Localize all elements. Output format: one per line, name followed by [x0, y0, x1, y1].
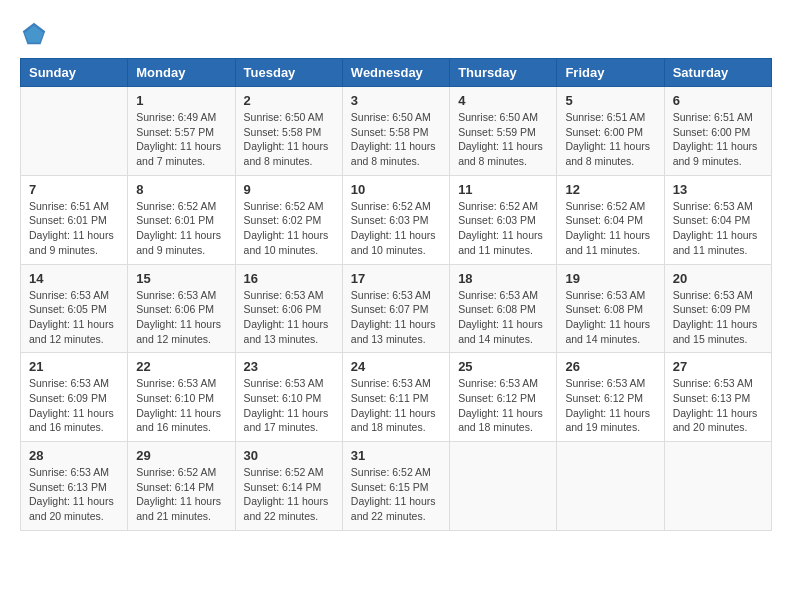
- calendar-week-row: 21Sunrise: 6:53 AMSunset: 6:09 PMDayligh…: [21, 353, 772, 442]
- calendar-cell: 13Sunrise: 6:53 AMSunset: 6:04 PMDayligh…: [664, 175, 771, 264]
- calendar-cell: 14Sunrise: 6:53 AMSunset: 6:05 PMDayligh…: [21, 264, 128, 353]
- day-number: 16: [244, 271, 334, 286]
- calendar-cell: 28Sunrise: 6:53 AMSunset: 6:13 PMDayligh…: [21, 442, 128, 531]
- day-of-week-header: Thursday: [450, 59, 557, 87]
- calendar-cell: 25Sunrise: 6:53 AMSunset: 6:12 PMDayligh…: [450, 353, 557, 442]
- calendar-cell: [450, 442, 557, 531]
- calendar-cell: 1Sunrise: 6:49 AMSunset: 5:57 PMDaylight…: [128, 87, 235, 176]
- calendar-cell: 18Sunrise: 6:53 AMSunset: 6:08 PMDayligh…: [450, 264, 557, 353]
- day-info: Sunrise: 6:53 AMSunset: 6:06 PMDaylight:…: [136, 288, 226, 347]
- day-number: 12: [565, 182, 655, 197]
- day-info: Sunrise: 6:52 AMSunset: 6:01 PMDaylight:…: [136, 199, 226, 258]
- day-number: 30: [244, 448, 334, 463]
- calendar-cell: 22Sunrise: 6:53 AMSunset: 6:10 PMDayligh…: [128, 353, 235, 442]
- day-number: 19: [565, 271, 655, 286]
- day-number: 13: [673, 182, 763, 197]
- calendar-cell: 17Sunrise: 6:53 AMSunset: 6:07 PMDayligh…: [342, 264, 449, 353]
- day-info: Sunrise: 6:52 AMSunset: 6:14 PMDaylight:…: [244, 465, 334, 524]
- day-info: Sunrise: 6:53 AMSunset: 6:09 PMDaylight:…: [673, 288, 763, 347]
- day-info: Sunrise: 6:51 AMSunset: 6:00 PMDaylight:…: [565, 110, 655, 169]
- day-info: Sunrise: 6:52 AMSunset: 6:03 PMDaylight:…: [458, 199, 548, 258]
- day-info: Sunrise: 6:52 AMSunset: 6:14 PMDaylight:…: [136, 465, 226, 524]
- day-number: 31: [351, 448, 441, 463]
- day-info: Sunrise: 6:50 AMSunset: 5:58 PMDaylight:…: [351, 110, 441, 169]
- day-number: 20: [673, 271, 763, 286]
- day-number: 8: [136, 182, 226, 197]
- calendar-cell: 4Sunrise: 6:50 AMSunset: 5:59 PMDaylight…: [450, 87, 557, 176]
- calendar-cell: 26Sunrise: 6:53 AMSunset: 6:12 PMDayligh…: [557, 353, 664, 442]
- day-info: Sunrise: 6:53 AMSunset: 6:10 PMDaylight:…: [136, 376, 226, 435]
- day-number: 14: [29, 271, 119, 286]
- day-of-week-header: Friday: [557, 59, 664, 87]
- day-number: 5: [565, 93, 655, 108]
- day-info: Sunrise: 6:53 AMSunset: 6:06 PMDaylight:…: [244, 288, 334, 347]
- calendar-cell: 5Sunrise: 6:51 AMSunset: 6:00 PMDaylight…: [557, 87, 664, 176]
- calendar-cell: 7Sunrise: 6:51 AMSunset: 6:01 PMDaylight…: [21, 175, 128, 264]
- day-of-week-header: Tuesday: [235, 59, 342, 87]
- calendar-cell: 24Sunrise: 6:53 AMSunset: 6:11 PMDayligh…: [342, 353, 449, 442]
- day-number: 18: [458, 271, 548, 286]
- calendar-cell: 8Sunrise: 6:52 AMSunset: 6:01 PMDaylight…: [128, 175, 235, 264]
- day-number: 3: [351, 93, 441, 108]
- day-of-week-header: Saturday: [664, 59, 771, 87]
- day-info: Sunrise: 6:53 AMSunset: 6:08 PMDaylight:…: [458, 288, 548, 347]
- day-number: 15: [136, 271, 226, 286]
- day-info: Sunrise: 6:53 AMSunset: 6:05 PMDaylight:…: [29, 288, 119, 347]
- page-header: [20, 20, 772, 48]
- calendar-cell: 29Sunrise: 6:52 AMSunset: 6:14 PMDayligh…: [128, 442, 235, 531]
- day-info: Sunrise: 6:50 AMSunset: 5:58 PMDaylight:…: [244, 110, 334, 169]
- day-number: 17: [351, 271, 441, 286]
- day-of-week-header: Wednesday: [342, 59, 449, 87]
- day-number: 27: [673, 359, 763, 374]
- calendar-cell: [21, 87, 128, 176]
- calendar-cell: 23Sunrise: 6:53 AMSunset: 6:10 PMDayligh…: [235, 353, 342, 442]
- day-info: Sunrise: 6:51 AMSunset: 6:00 PMDaylight:…: [673, 110, 763, 169]
- calendar-cell: 6Sunrise: 6:51 AMSunset: 6:00 PMDaylight…: [664, 87, 771, 176]
- day-number: 6: [673, 93, 763, 108]
- day-info: Sunrise: 6:53 AMSunset: 6:07 PMDaylight:…: [351, 288, 441, 347]
- calendar-cell: 9Sunrise: 6:52 AMSunset: 6:02 PMDaylight…: [235, 175, 342, 264]
- calendar-week-row: 14Sunrise: 6:53 AMSunset: 6:05 PMDayligh…: [21, 264, 772, 353]
- day-number: 9: [244, 182, 334, 197]
- day-info: Sunrise: 6:53 AMSunset: 6:12 PMDaylight:…: [458, 376, 548, 435]
- day-info: Sunrise: 6:53 AMSunset: 6:11 PMDaylight:…: [351, 376, 441, 435]
- calendar-cell: 11Sunrise: 6:52 AMSunset: 6:03 PMDayligh…: [450, 175, 557, 264]
- day-number: 10: [351, 182, 441, 197]
- day-number: 2: [244, 93, 334, 108]
- calendar-cell: 27Sunrise: 6:53 AMSunset: 6:13 PMDayligh…: [664, 353, 771, 442]
- day-of-week-header: Sunday: [21, 59, 128, 87]
- calendar-cell: 16Sunrise: 6:53 AMSunset: 6:06 PMDayligh…: [235, 264, 342, 353]
- day-number: 24: [351, 359, 441, 374]
- calendar-cell: 12Sunrise: 6:52 AMSunset: 6:04 PMDayligh…: [557, 175, 664, 264]
- day-info: Sunrise: 6:53 AMSunset: 6:13 PMDaylight:…: [673, 376, 763, 435]
- day-number: 25: [458, 359, 548, 374]
- day-info: Sunrise: 6:53 AMSunset: 6:04 PMDaylight:…: [673, 199, 763, 258]
- day-info: Sunrise: 6:53 AMSunset: 6:08 PMDaylight:…: [565, 288, 655, 347]
- day-info: Sunrise: 6:52 AMSunset: 6:03 PMDaylight:…: [351, 199, 441, 258]
- day-number: 28: [29, 448, 119, 463]
- calendar-table: SundayMondayTuesdayWednesdayThursdayFrid…: [20, 58, 772, 531]
- calendar-cell: 30Sunrise: 6:52 AMSunset: 6:14 PMDayligh…: [235, 442, 342, 531]
- day-number: 26: [565, 359, 655, 374]
- calendar-cell: 31Sunrise: 6:52 AMSunset: 6:15 PMDayligh…: [342, 442, 449, 531]
- calendar-week-row: 7Sunrise: 6:51 AMSunset: 6:01 PMDaylight…: [21, 175, 772, 264]
- calendar-week-row: 1Sunrise: 6:49 AMSunset: 5:57 PMDaylight…: [21, 87, 772, 176]
- calendar-cell: [557, 442, 664, 531]
- day-number: 23: [244, 359, 334, 374]
- day-number: 7: [29, 182, 119, 197]
- day-number: 21: [29, 359, 119, 374]
- day-of-week-header: Monday: [128, 59, 235, 87]
- day-info: Sunrise: 6:53 AMSunset: 6:13 PMDaylight:…: [29, 465, 119, 524]
- day-info: Sunrise: 6:52 AMSunset: 6:02 PMDaylight:…: [244, 199, 334, 258]
- calendar-cell: 19Sunrise: 6:53 AMSunset: 6:08 PMDayligh…: [557, 264, 664, 353]
- day-number: 4: [458, 93, 548, 108]
- day-info: Sunrise: 6:52 AMSunset: 6:04 PMDaylight:…: [565, 199, 655, 258]
- day-info: Sunrise: 6:53 AMSunset: 6:10 PMDaylight:…: [244, 376, 334, 435]
- day-number: 1: [136, 93, 226, 108]
- calendar-cell: 10Sunrise: 6:52 AMSunset: 6:03 PMDayligh…: [342, 175, 449, 264]
- day-number: 11: [458, 182, 548, 197]
- day-info: Sunrise: 6:49 AMSunset: 5:57 PMDaylight:…: [136, 110, 226, 169]
- day-number: 22: [136, 359, 226, 374]
- calendar-cell: [664, 442, 771, 531]
- day-info: Sunrise: 6:53 AMSunset: 6:12 PMDaylight:…: [565, 376, 655, 435]
